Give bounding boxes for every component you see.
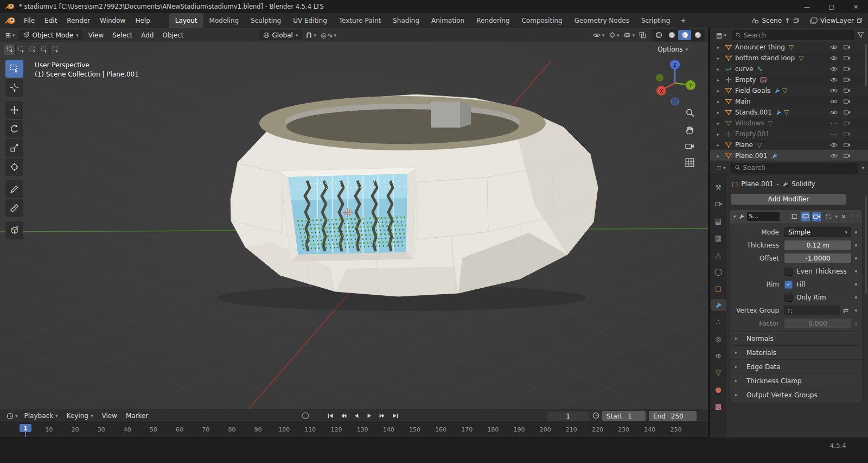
section-materials[interactable]: ▸Materials bbox=[730, 345, 862, 359]
tab-tool[interactable]: ⚒ bbox=[711, 181, 726, 193]
tool-move[interactable] bbox=[5, 101, 23, 119]
drag-handle-icon[interactable]: ⋮⋮ bbox=[850, 214, 859, 220]
disable-render-icon[interactable] bbox=[844, 120, 851, 126]
gizmo-axis-z-neg[interactable] bbox=[671, 98, 679, 105]
tab-particles[interactable]: ∴ bbox=[711, 316, 726, 328]
select-tweak-button[interactable] bbox=[4, 45, 16, 55]
hide-eye-icon[interactable] bbox=[830, 45, 838, 50]
use-preview-range-icon[interactable] bbox=[592, 412, 599, 419]
new-view-layer-icon[interactable] bbox=[857, 17, 863, 23]
zoom-icon[interactable] bbox=[685, 108, 694, 117]
disable-render-icon[interactable] bbox=[844, 142, 851, 148]
menu-file[interactable]: File bbox=[19, 13, 40, 28]
unhide-eye-closed-icon[interactable] bbox=[830, 131, 838, 137]
tab-texture[interactable]: ▩ bbox=[711, 400, 726, 412]
disable-render-icon[interactable] bbox=[844, 66, 851, 72]
tab-render[interactable] bbox=[711, 198, 726, 210]
animate-dot[interactable] bbox=[851, 322, 861, 325]
expand-icon[interactable]: ▸ bbox=[717, 110, 724, 115]
disable-render-icon[interactable] bbox=[844, 88, 851, 93]
breadcrumb-object[interactable]: Plane.001 bbox=[741, 180, 774, 188]
auto-keying-toggle[interactable]: ◯ bbox=[302, 411, 309, 419]
tab-compositing[interactable]: Compositing bbox=[515, 13, 568, 28]
expand-icon[interactable]: ▸ bbox=[717, 132, 724, 137]
tab-constraints[interactable]: ⊕ bbox=[711, 350, 726, 361]
modifier-panel-header[interactable]: ▾ S... ▾ × ⋮⋮ bbox=[730, 210, 862, 223]
tool-add-cube[interactable] bbox=[5, 221, 23, 239]
transform-orientation-selector[interactable]: Global ▾ bbox=[259, 30, 302, 40]
tool-rotate[interactable] bbox=[5, 120, 23, 138]
disable-render-icon[interactable] bbox=[844, 77, 851, 83]
disable-render-icon[interactable] bbox=[844, 153, 851, 158]
hide-eye-icon[interactable] bbox=[830, 88, 838, 93]
tab-modifiers[interactable] bbox=[711, 299, 726, 311]
animate-dot[interactable] bbox=[851, 283, 861, 286]
factor-field[interactable]: 0.000 bbox=[784, 319, 851, 328]
shading-rendered-button[interactable] bbox=[691, 30, 704, 40]
tab-sculpting[interactable]: Sculpting bbox=[245, 13, 287, 28]
tab-object-data[interactable]: ▽ bbox=[711, 366, 726, 378]
breadcrumb-modifier[interactable]: Solidify bbox=[792, 180, 815, 188]
hide-eye-icon[interactable] bbox=[830, 142, 838, 148]
hide-eye-icon[interactable] bbox=[830, 55, 838, 61]
outliner-editor-type-button[interactable]: ▤ ▾ bbox=[714, 31, 729, 39]
menu-view[interactable]: View bbox=[84, 31, 108, 39]
outliner-row[interactable]: ▸ Empty.001 bbox=[710, 129, 868, 139]
prev-keyframe-button[interactable] bbox=[337, 410, 349, 421]
edit-mode-toggle[interactable] bbox=[789, 212, 799, 221]
disable-render-icon[interactable] bbox=[844, 45, 851, 50]
play-reverse-button[interactable] bbox=[350, 410, 362, 421]
disable-render-icon[interactable] bbox=[844, 55, 851, 61]
navigation-gizmo[interactable]: Z Y X bbox=[653, 58, 697, 108]
tool-measure[interactable] bbox=[5, 199, 23, 217]
select-box-extend-button[interactable] bbox=[27, 45, 39, 55]
tool-cursor[interactable] bbox=[5, 79, 23, 97]
expand-icon[interactable]: ▸ bbox=[717, 154, 724, 158]
invert-vertex-group-button[interactable]: ⇄ bbox=[840, 307, 851, 314]
extras-toggle[interactable] bbox=[824, 212, 833, 221]
animate-dot[interactable] bbox=[851, 270, 861, 272]
disable-render-icon[interactable] bbox=[844, 131, 851, 137]
view-layer-name[interactable]: ViewLayer bbox=[820, 17, 854, 24]
playhead[interactable]: 1 bbox=[20, 424, 31, 432]
disable-render-icon[interactable] bbox=[844, 99, 851, 104]
new-scene-icon[interactable] bbox=[793, 17, 799, 23]
minimize-button[interactable]: — bbox=[795, 0, 819, 13]
tab-view-layer[interactable]: ▦ bbox=[711, 232, 726, 244]
add-workspace-button[interactable]: + bbox=[676, 13, 690, 28]
outliner-row[interactable]: ▸ curve ∿ bbox=[710, 64, 868, 74]
expand-icon[interactable]: ▸ bbox=[717, 99, 724, 104]
shading-wireframe-button[interactable] bbox=[652, 30, 665, 40]
mode-dropdown[interactable]: Simple▾ bbox=[784, 227, 851, 237]
tab-modeling[interactable]: Modeling bbox=[203, 13, 245, 28]
tab-output[interactable]: ▤ bbox=[711, 215, 726, 227]
render-display-toggle[interactable] bbox=[812, 212, 821, 221]
close-button[interactable]: × bbox=[844, 0, 868, 13]
editor-type-button[interactable]: ⊞ ▾ bbox=[3, 31, 17, 39]
select-box-new-button[interactable] bbox=[16, 45, 27, 55]
outliner-row[interactable]: ▸ Empty bbox=[710, 74, 868, 85]
gizmo-axis-y-neg[interactable] bbox=[656, 74, 663, 81]
outliner-row-active[interactable]: ▸ Plane.001 bbox=[710, 150, 868, 161]
camera-view-icon[interactable] bbox=[685, 143, 694, 150]
shading-solid-button[interactable] bbox=[665, 30, 678, 40]
fill-checkbox[interactable]: ✓ bbox=[784, 281, 793, 289]
even-thickness-checkbox[interactable] bbox=[784, 268, 793, 276]
menu-playback[interactable]: Playback▾ bbox=[20, 412, 62, 420]
collapse-icon[interactable]: ▾ bbox=[733, 214, 736, 219]
tab-layout[interactable]: Layout bbox=[169, 13, 203, 28]
properties-editor-type-button[interactable]: ≡ ▾ bbox=[714, 164, 728, 172]
modifier-extras-icon[interactable]: ▾ bbox=[835, 214, 838, 219]
section-thickness-clamp[interactable]: ▸Thickness Clamp bbox=[730, 373, 862, 388]
tab-scripting[interactable]: Scripting bbox=[635, 13, 676, 28]
animate-dot[interactable] bbox=[851, 231, 861, 233]
select-box-subtract-button[interactable] bbox=[39, 45, 50, 55]
tab-material[interactable]: ● bbox=[711, 383, 726, 395]
outliner-row[interactable]: ▸ Field Goals ▽ bbox=[710, 85, 868, 96]
thickness-field[interactable]: 0.12 m bbox=[784, 240, 851, 250]
expand-icon[interactable]: ▸ bbox=[717, 45, 724, 50]
scene-name[interactable]: Scene bbox=[762, 17, 782, 24]
tab-geometry-nodes[interactable]: Geometry Nodes bbox=[569, 13, 635, 28]
menu-edit[interactable]: Edit bbox=[40, 13, 62, 28]
animate-dot[interactable] bbox=[851, 296, 861, 299]
